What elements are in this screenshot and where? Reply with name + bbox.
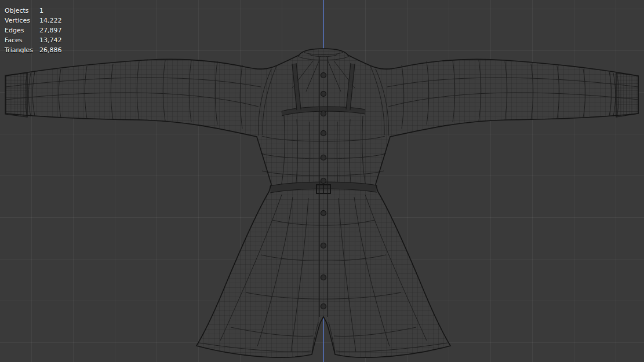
stat-label: Faces xyxy=(5,35,39,45)
stat-label: Vertices xyxy=(5,16,39,25)
stat-label: Objects xyxy=(5,6,39,16)
viewport-stats-overlay: Objects 1 Vertices 14,222 Edges 27,897 F… xyxy=(5,6,62,55)
stat-value: 27,897 xyxy=(39,25,62,35)
stat-value: 1 xyxy=(39,6,43,16)
stat-value: 26,886 xyxy=(39,45,62,55)
stat-row-edges: Edges 27,897 xyxy=(5,25,62,35)
stat-label: Triangles xyxy=(5,45,39,55)
3d-viewport[interactable]: Objects 1 Vertices 14,222 Edges 27,897 F… xyxy=(0,0,644,362)
stat-row-objects: Objects 1 xyxy=(5,6,62,16)
stat-value: 14,222 xyxy=(39,16,62,25)
stat-row-faces: Faces 13,742 xyxy=(5,35,62,45)
stat-row-vertices: Vertices 14,222 xyxy=(5,16,62,25)
stat-label: Edges xyxy=(5,25,39,35)
garment-wireframe-mesh[interactable] xyxy=(0,0,644,362)
stat-value: 13,742 xyxy=(39,35,62,45)
stat-row-triangles: Triangles 26,886 xyxy=(5,45,62,55)
